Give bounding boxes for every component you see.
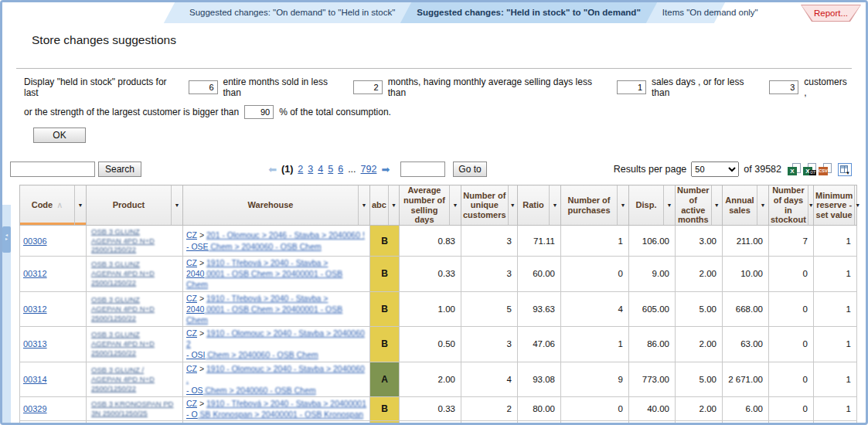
next-page-icon[interactable]: ➡ xyxy=(381,164,390,175)
warehouse-root-link[interactable]: CZ xyxy=(186,399,197,408)
column-filter-dropdown-icon[interactable]: ▼ xyxy=(854,185,860,225)
warehouse-path-link[interactable]: - OSI xyxy=(186,350,206,359)
xlsx-export-icon[interactable]: X07 xyxy=(803,163,816,175)
warehouse-path-link[interactable]: Chem > 2040060 - OSB Chem xyxy=(209,242,322,251)
code-link[interactable]: 00329 xyxy=(23,404,47,413)
warehouse-path-link[interactable]: 201 - Olomouc > 2046 - Stavba > 2040060 … xyxy=(206,230,365,240)
tab-report[interactable]: Report... xyxy=(801,5,861,22)
warehouse-path-link[interactable]: 1910 - Třebová > 2040 - Stavba > xyxy=(206,294,328,303)
splitter-handle[interactable]: ◄► xyxy=(2,226,11,253)
warehouse-path-link[interactable]: 2040 xyxy=(186,269,204,278)
product-link[interactable]: 2500/1250/22 xyxy=(91,314,179,323)
product-link[interactable]: 2500/1250/22 xyxy=(91,348,179,358)
page-link-3[interactable]: 3 xyxy=(308,164,313,175)
column-filter-dropdown-icon[interactable]: ▼ xyxy=(74,185,86,225)
last-page-link[interactable]: 792 xyxy=(361,164,377,175)
warehouse-root-link[interactable]: CZ xyxy=(186,294,197,303)
column-filter-dropdown-icon[interactable]: ▼ xyxy=(617,185,628,225)
filter-value-input[interactable] xyxy=(769,80,798,94)
product-link[interactable]: 2500/1250/22 xyxy=(91,278,179,287)
warehouse-path-link[interactable]: - OSE xyxy=(186,242,209,251)
search-input[interactable] xyxy=(10,162,95,177)
warehouse-path-link[interactable]: 2040 xyxy=(186,304,204,314)
page-link-4[interactable]: 4 xyxy=(318,164,323,175)
column-header-label: abc xyxy=(370,200,388,210)
column-filter-dropdown-icon[interactable]: ▼ xyxy=(449,185,461,225)
page-link-6[interactable]: 6 xyxy=(338,164,343,175)
column-filter-dropdown-icon[interactable]: ▼ xyxy=(711,185,722,225)
product-link[interactable]: 3N 2500/1250/25 xyxy=(91,409,179,418)
filter-value-input[interactable] xyxy=(353,80,383,94)
product-link[interactable]: OSB 3 GLUNZ xyxy=(91,260,179,269)
product-link[interactable]: OSB 3 KRONOSPAN PD xyxy=(91,400,179,409)
product-link[interactable]: 2500/1250/22 xyxy=(91,245,179,254)
page-link-2[interactable]: 2 xyxy=(298,164,303,175)
filter-value-input[interactable] xyxy=(617,80,646,94)
xls-export-icon[interactable]: X xyxy=(788,163,801,175)
product-link[interactable]: AGEPAN 4PD N+D xyxy=(91,375,179,384)
warehouse-path-link[interactable]: 0001 - OSB Chem > 20400001 - OSB Chem xyxy=(186,304,342,325)
prev-page-icon[interactable]: ⬅ xyxy=(268,164,277,175)
warehouse-root-link[interactable]: CZ xyxy=(186,328,197,338)
column-filter-dropdown-icon[interactable]: ▼ xyxy=(508,185,517,225)
product-link[interactable]: OSB 3 GLUNZ / xyxy=(91,366,179,375)
column-filter-dropdown-icon[interactable]: ▼ xyxy=(549,185,560,225)
warehouse-path-link[interactable]: Chem > 2040060 - OSB Chem xyxy=(206,350,318,359)
search-button[interactable]: Search xyxy=(98,162,141,177)
filter-text: % of the total consumption. xyxy=(279,107,391,117)
warehouse-path-link[interactable]: 0001 - OSB Chem > 20400001 - OSB Chem xyxy=(186,269,342,289)
product-link[interactable]: OSB 3 GLUNZ xyxy=(91,295,179,304)
abc-class-cell: B xyxy=(370,421,400,425)
product-link[interactable]: AGEPAN 4PD N+D xyxy=(91,339,179,348)
product-link[interactable]: AGEPAN 4PD N+D xyxy=(91,269,179,278)
column-filter-dropdown-icon[interactable]: ▼ xyxy=(663,185,675,225)
column-filter-dropdown-icon[interactable]: ▼ xyxy=(358,185,369,225)
ok-button[interactable]: OK xyxy=(33,128,86,143)
tab-2[interactable]: Suggested changes: "Held in stock" to "O… xyxy=(406,2,652,23)
product-link[interactable]: 2500/1250/22 xyxy=(91,384,179,393)
filter-value-input[interactable] xyxy=(189,80,218,94)
goto-button[interactable]: Go to xyxy=(453,162,486,177)
code-link[interactable]: 00313 xyxy=(23,339,47,348)
warehouse-root-link[interactable]: CZ xyxy=(186,258,197,267)
code-link[interactable]: 00312 xyxy=(23,304,47,314)
warehouse-path-link[interactable]: 1910 - Olomouc > 2040 - Stavba > 2040060… xyxy=(186,328,365,348)
value-cell: 1 xyxy=(814,421,857,425)
code-cell: 00312 xyxy=(20,291,87,327)
tab-3[interactable]: Items "On demand only" xyxy=(652,2,769,23)
product-link[interactable]: OSB 3 GLUNZ xyxy=(91,227,179,236)
code-link[interactable]: 00306 xyxy=(23,236,47,246)
page-link-5[interactable]: 5 xyxy=(328,164,333,175)
value-cell: 1 xyxy=(814,362,857,397)
column-header-number-of-unique-customers: Number of unique customers▼ xyxy=(461,185,518,226)
column-filter-dropdown-icon[interactable]: ▼ xyxy=(757,185,768,225)
warehouse-path-link[interactable]: 1910 - Třebová > 2040 - Stavba > xyxy=(206,258,328,267)
code-link[interactable]: 00314 xyxy=(23,375,47,384)
value-cell: 10.00 xyxy=(723,257,769,292)
column-filter-dropdown-icon[interactable]: ▼ xyxy=(808,185,814,225)
value-cell: 9.00 xyxy=(629,257,676,292)
csv-export-icon[interactable]: CSV xyxy=(819,163,832,175)
code-link[interactable]: 00312 xyxy=(23,269,47,278)
product-link[interactable]: OSB 3 GLUNZ xyxy=(91,330,179,339)
warehouse-root-link[interactable]: CZ xyxy=(186,364,197,373)
tab-1[interactable]: Suggested changes: "On demand" to "Held … xyxy=(179,2,406,23)
warehouse-path-link[interactable]: 1910 - Třebová > 2040 - Stavba > 2040000… xyxy=(206,399,366,408)
column-settings-icon[interactable]: ▼ xyxy=(838,163,852,176)
filter-value-input[interactable] xyxy=(244,105,274,119)
goto-page-input[interactable] xyxy=(400,162,445,177)
warehouse-path-link[interactable]: Chem > 2040060 - OSB Chem xyxy=(203,386,316,395)
warehouse-path-link[interactable]: - O xyxy=(186,410,198,419)
warehouse-root-link[interactable]: CZ xyxy=(186,230,197,240)
warehouse-path-link[interactable]: - OS xyxy=(186,386,203,395)
header-row: Code ∧▼Product▼Warehouse▼abc▼Average num… xyxy=(20,185,857,226)
column-header-label: Product xyxy=(87,200,171,210)
product-link[interactable]: AGEPAN 4PD N+D xyxy=(91,236,179,246)
warehouse-path-link[interactable]: SB Kronospan > 20400001 - OSB Kronospan xyxy=(198,410,364,419)
product-link[interactable]: AGEPAN 4PD N+D xyxy=(91,304,179,314)
column-filter-dropdown-icon[interactable]: ▼ xyxy=(171,185,182,225)
warehouse-path-link[interactable]: 1910 - Olomouc > 2040 - Stavba > 2040060… xyxy=(186,364,365,384)
column-filter-dropdown-icon[interactable]: ▼ xyxy=(388,185,399,225)
product-cell: OSB 3 GLUNZAGEPAN 4PD N+D2500/1250/22 xyxy=(87,226,183,257)
page-size-select[interactable]: 50 xyxy=(691,162,739,177)
